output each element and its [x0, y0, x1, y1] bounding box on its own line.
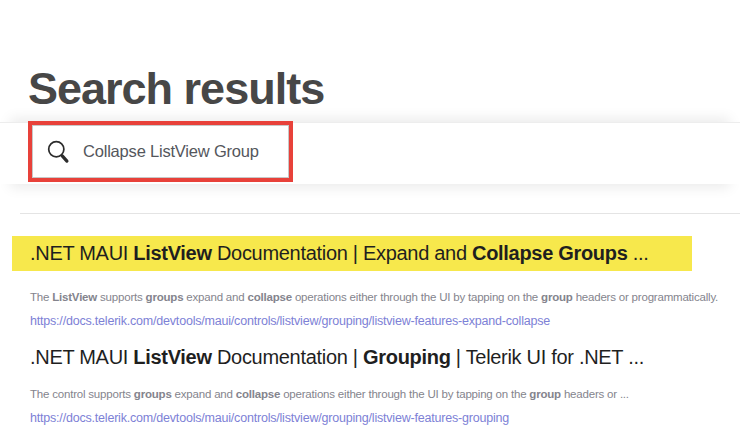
result-1-url-link[interactable]: https://docs.telerik.com/devtools/maui/c… — [30, 314, 550, 328]
title-segment: Grouping — [363, 346, 451, 368]
desc-segment: ListView — [52, 291, 97, 303]
result-2-url-link[interactable]: https://docs.telerik.com/devtools/maui/c… — [30, 411, 509, 425]
desc-segment: group — [541, 291, 573, 303]
title-segment: ... — [628, 242, 649, 264]
desc-segment: headers or ... — [561, 388, 629, 400]
desc-segment: groups — [134, 388, 172, 400]
desc-segment: operations either through the UI by tapp… — [292, 291, 541, 303]
result-2-description: The control supports groups expand and c… — [30, 388, 629, 400]
desc-segment: expand and — [172, 388, 236, 400]
desc-segment: operations either through the UI by tapp… — [280, 388, 529, 400]
title-segment: Documentation | Expand and — [212, 242, 472, 264]
result-2-title-link[interactable]: .NET MAUI ListView Documentation | Group… — [30, 346, 644, 369]
page-title: Search results — [28, 63, 324, 115]
search-input[interactable]: Collapse ListView Group — [32, 125, 289, 178]
result-1-description: The ListView supports groups expand and … — [30, 291, 718, 303]
search-query-text: Collapse ListView Group — [83, 142, 259, 161]
desc-segment: The — [30, 291, 52, 303]
desc-segment: groups — [146, 291, 184, 303]
title-segment: .NET MAUI — [30, 242, 133, 264]
desc-segment: expand and — [183, 291, 247, 303]
annotation-red-box: Collapse ListView Group — [28, 121, 293, 182]
search-icon[interactable] — [46, 139, 72, 165]
desc-segment: collapse — [247, 291, 291, 303]
title-segment: ListView — [133, 346, 211, 368]
highlight-yellow-band: .NET MAUI ListView Documentation | Expan… — [12, 236, 692, 271]
title-segment: .NET MAUI — [30, 346, 133, 368]
desc-segment: supports — [97, 291, 146, 303]
desc-segment: collapse — [236, 388, 280, 400]
title-segment: Collapse Groups — [472, 242, 628, 264]
desc-segment: The control supports — [30, 388, 134, 400]
desc-segment: group — [529, 388, 561, 400]
title-segment: ListView — [133, 242, 211, 264]
desc-segment: headers or programmatically. — [573, 291, 718, 303]
result-1-title-link[interactable]: .NET MAUI ListView Documentation | Expan… — [12, 242, 649, 265]
divider-line — [20, 213, 740, 214]
title-segment: | Telerik UI for .NET ... — [451, 346, 644, 368]
title-segment: Documentation | — [212, 346, 363, 368]
